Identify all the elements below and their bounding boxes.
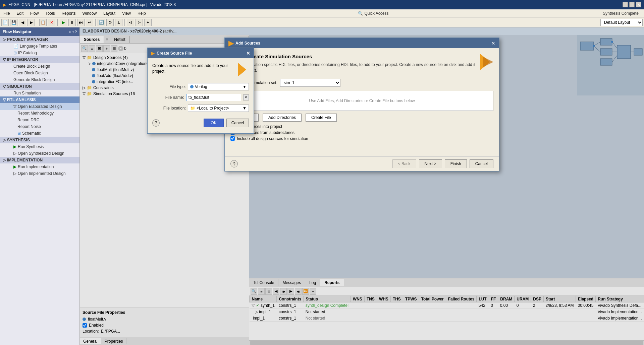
window-controls[interactable]: ─ □ ✕ (623, 2, 641, 7)
ip-icon: ⊞ (13, 51, 17, 55)
svg-marker-17 (238, 63, 246, 76)
tb-settings-button[interactable]: ⚙ (106, 19, 114, 26)
arrow-logo-svg (480, 54, 493, 70)
tb-run-button[interactable]: ▶ (60, 19, 67, 26)
nav-open-block-design[interactable]: Open Block Design (0, 70, 79, 76)
flow-nav-icons: ≡ □ ? (69, 30, 77, 34)
tb-restart-button[interactable]: ↩ (86, 19, 93, 26)
tb-tool3-button[interactable]: ✦ (144, 19, 152, 26)
finish-button[interactable]: Finish (445, 159, 467, 168)
nav-report-drc[interactable]: Report DRC (0, 117, 79, 123)
app-icon: ▶ (3, 2, 6, 7)
dropdown-arrow: ▼ (243, 84, 247, 89)
section-implementation[interactable]: ▷ IMPLEMENTATION (0, 157, 79, 163)
verilog-dot (190, 85, 194, 88)
menu-window[interactable]: Window (79, 10, 100, 16)
menu-layout[interactable]: Layout (100, 10, 119, 16)
nav-run-simulation[interactable]: Run Simulation (0, 90, 79, 96)
menu-file[interactable]: File (0, 10, 13, 16)
help-button[interactable]: ? (230, 160, 238, 167)
file-location-value: <Local to Project> (197, 106, 229, 111)
minimize-button[interactable]: ─ (623, 2, 628, 7)
section-simulation[interactable]: ▽ SIMULATION (0, 83, 79, 90)
add-subdirs-row: Add sources from subdirectories (230, 130, 493, 135)
include-design-checkbox[interactable] (230, 136, 235, 141)
menu-tools[interactable]: Tools (42, 10, 58, 16)
nav-ip-catalog[interactable]: ⊞ IP Catalog (0, 50, 79, 56)
section-ip-integrator[interactable]: ▽ IP INTEGRATOR (0, 56, 79, 63)
menu-reports[interactable]: Reports (58, 10, 79, 16)
tb-tool1-button[interactable]: ⊲ (127, 19, 134, 26)
create-source-close-button[interactable]: ✕ (246, 51, 250, 56)
tb-copy-button[interactable]: 📋 (39, 19, 47, 26)
cs-cancel-button[interactable]: Cancel (226, 119, 249, 127)
menu-help[interactable]: Help (134, 10, 149, 16)
create-source-dialog: ▶ Create Source File ✕ Create a new sour… (147, 48, 254, 134)
nav-run-synthesis[interactable]: ▶ Run Synthesis (0, 143, 79, 150)
include-design-row: Include all design sources for simulatio… (230, 136, 493, 141)
nav-generate-block-design[interactable]: Generate Block Design (0, 76, 79, 83)
nav-open-synthesized-design[interactable]: ▷ Open Synthesized Design (0, 150, 79, 157)
svg-marker-16 (483, 57, 493, 67)
file-type-label: File type: (152, 84, 186, 89)
impl-chevron: ▷ (3, 158, 6, 162)
nav-run-implementation[interactable]: ▶ Run Implementation (0, 163, 79, 170)
run-syn-icon: ▶ (13, 144, 16, 149)
tb-step-button[interactable]: ⏭ (77, 19, 85, 26)
nav-report-methodology[interactable]: Report Methodology (0, 110, 79, 117)
next-button[interactable]: Next > (419, 159, 442, 168)
files-hint: Use Add Files, Add Directories or Create… (309, 98, 415, 103)
tb-new-button[interactable]: 📄 (1, 19, 9, 26)
tb-back-button[interactable]: ◀ (19, 19, 26, 26)
nav-open-implemented-design[interactable]: ▷ Open Implemented Design (0, 170, 79, 177)
file-type-row: File type: Verilog ▼ (152, 83, 249, 90)
menu-edit[interactable]: Edit (13, 10, 27, 16)
main-layout: Flow Navigator ≡ □ ? ▷ PROJECT MANAGER 📄… (0, 27, 644, 345)
create-file-button[interactable]: Create File (306, 114, 337, 122)
vivado-logo-icon: ▶ (228, 39, 233, 47)
section-synthesis[interactable]: ▷ SYNTHESIS (0, 137, 79, 143)
sim-set-dropdown[interactable]: sim_1 (280, 79, 340, 87)
back-button[interactable]: < Back (392, 159, 416, 168)
tb-tool2-button[interactable]: ⊳ (136, 19, 143, 26)
open-impl-icon: ▷ (13, 171, 16, 176)
create-source-description: Create a new source file and add it to y… (152, 63, 235, 74)
lang-icon: 📄 (13, 44, 18, 49)
add-sources-dialog: ▶ Add Sources ✕ Add or Create Simulation… (224, 38, 499, 171)
open-syn-icon: ▷ (13, 151, 16, 156)
sim-chevron: ▽ (3, 84, 6, 89)
nav-schematic[interactable]: ⊞ Schematic (0, 130, 79, 137)
add-sources-title-left: ▶ Add Sources (228, 39, 260, 47)
file-name-clear-button[interactable]: ✕ (243, 94, 249, 100)
cs-help-button[interactable]: ? (152, 119, 160, 127)
section-project-manager[interactable]: ▷ PROJECT MANAGER (0, 36, 79, 43)
tb-delete-button[interactable]: ✕ (48, 19, 55, 26)
tb-pause-button[interactable]: ⏸ (68, 19, 76, 26)
nav-open-elaborated-design[interactable]: ▽ Open Elaborated Design (0, 103, 79, 110)
quick-access[interactable]: 🔍 Quick Access (355, 10, 392, 16)
file-type-dropdown[interactable]: Verilog ▼ (188, 83, 249, 90)
file-location-dropdown[interactable]: 📁 <Local to Project> ▼ (188, 105, 249, 112)
tb-forward-button[interactable]: ▶ (28, 19, 35, 26)
tb-sigma-button[interactable]: Σ (115, 19, 122, 26)
close-button[interactable]: ✕ (636, 2, 641, 7)
section-rtl-analysis[interactable]: ▽ RTL ANALYSIS (0, 96, 79, 103)
nav-create-block-design[interactable]: Create Block Design (0, 63, 79, 70)
add-sources-body: Add or Create Simulation Sources Specify… (225, 48, 499, 156)
nav-report-noise[interactable]: Report Noise (0, 123, 79, 130)
maximize-button[interactable]: □ (629, 2, 635, 7)
add-sources-close-button[interactable]: ✕ (491, 41, 495, 46)
menu-flow[interactable]: Flow (27, 10, 42, 16)
tb-refresh-button[interactable]: 🔄 (98, 19, 105, 26)
nav-language-templates[interactable]: 📄 Language Templates (0, 43, 79, 50)
flow-nav-content: ▷ PROJECT MANAGER 📄 Language Templates ⊞… (0, 36, 79, 345)
tb-save-button[interactable]: 💾 (10, 19, 17, 26)
cancel-button[interactable]: Cancel (470, 159, 493, 168)
file-name-input[interactable] (186, 94, 241, 101)
layout-dropdown[interactable]: Default Layout (600, 19, 643, 26)
ipi-chevron: ▽ (3, 57, 6, 62)
add-directories-button[interactable]: Add Directories (263, 114, 302, 122)
cs-ok-button[interactable]: OK (204, 119, 223, 127)
menu-view[interactable]: View (119, 10, 134, 16)
location-dropdown-arrow: ▼ (243, 106, 247, 111)
